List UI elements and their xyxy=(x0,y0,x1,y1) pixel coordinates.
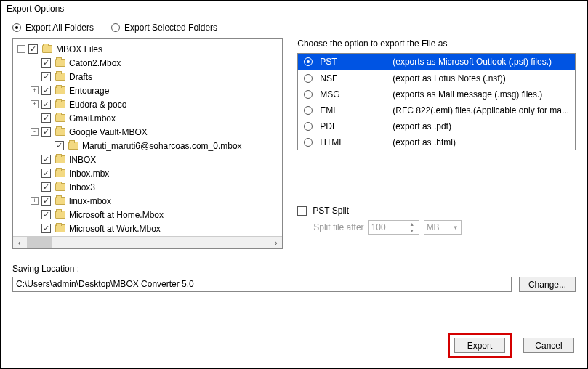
radio-icon xyxy=(304,74,313,83)
saving-location-label: Saving Location : xyxy=(12,264,576,274)
expand-icon[interactable]: + xyxy=(31,100,39,108)
format-name: EML xyxy=(320,105,385,115)
tree-row[interactable]: ✓Inbox.mbx xyxy=(17,166,278,180)
format-desc: (export as .html) xyxy=(392,137,569,147)
cancel-button[interactable]: Cancel xyxy=(523,338,574,353)
format-name: PST xyxy=(320,57,385,67)
folder-icon xyxy=(55,155,65,163)
split-size-value: 100 xyxy=(371,222,386,232)
format-desc: (export as Lotus Notes (.nsf)) xyxy=(392,73,569,84)
split-unit-select[interactable]: MB ▼ xyxy=(424,220,462,235)
folder-label: Google Vault-MBOX xyxy=(69,127,148,137)
folder-icon xyxy=(55,197,65,205)
tree-row[interactable]: ✓Drafts xyxy=(17,70,278,84)
folder-checkbox[interactable]: ✓ xyxy=(41,58,51,68)
folder-checkbox[interactable]: ✓ xyxy=(55,141,64,150)
tree-row[interactable]: -✓MBOX Files xyxy=(17,42,278,56)
radio-icon xyxy=(304,90,313,99)
scroll-right-icon[interactable]: › xyxy=(270,237,282,248)
tree-row[interactable]: ✓Microsoft at Home.Mbox xyxy=(17,208,278,222)
format-option-html[interactable]: HTML(export as .html) xyxy=(298,134,575,150)
folder-label: Microsoft at Work.Mbox xyxy=(69,224,161,234)
folder-checkbox[interactable]: ✓ xyxy=(41,196,51,206)
tree-row[interactable]: ✓Gmail.mbox xyxy=(17,111,278,125)
format-option-nsf[interactable]: NSF(export as Lotus Notes (.nsf)) xyxy=(298,70,575,86)
split-size-input[interactable]: 100 ▲ ▼ xyxy=(368,220,419,235)
collapse-icon[interactable]: - xyxy=(17,45,25,53)
format-desc: (export as .pdf) xyxy=(392,121,569,131)
folder-icon xyxy=(55,169,65,177)
saving-path-input[interactable]: C:\Users\admin\Desktop\MBOX Converter 5.… xyxy=(12,277,512,292)
radio-export-all-label: Export All Folders xyxy=(25,23,94,33)
dialog-title: Export Options xyxy=(1,1,587,17)
format-option-msg[interactable]: MSG(exports as Mail message (.msg) files… xyxy=(298,86,575,102)
tree-row[interactable]: ✓Caton2.Mbox xyxy=(17,56,278,70)
folder-label: Inbox3 xyxy=(69,182,95,192)
folder-icon xyxy=(55,128,65,136)
format-desc: (RFC 822(.eml) files.(Applicable only fo… xyxy=(392,105,569,115)
folder-icon xyxy=(55,183,65,191)
folder-label: MBOX Files xyxy=(56,44,102,54)
chevron-down-icon: ▼ xyxy=(453,224,459,231)
format-name: MSG xyxy=(320,89,385,100)
radio-icon xyxy=(304,122,313,131)
folder-label: Entourage xyxy=(69,86,109,96)
format-option-eml[interactable]: EML(RFC 822(.eml) files.(Applicable only… xyxy=(298,102,575,118)
radio-icon xyxy=(304,138,313,147)
folder-icon xyxy=(55,224,65,232)
folder-label: Gmail.mbox xyxy=(69,113,116,123)
collapse-icon[interactable]: - xyxy=(31,128,39,136)
folder-checkbox[interactable]: ✓ xyxy=(41,86,51,95)
folder-label: linux-mbox xyxy=(69,196,111,206)
folder-checkbox[interactable]: ✓ xyxy=(41,169,51,178)
folder-label: INBOX xyxy=(69,155,96,165)
folder-label: Eudora & poco xyxy=(69,100,126,110)
folder-tree[interactable]: -✓MBOX Files✓Caton2.Mbox✓Drafts+✓Entoura… xyxy=(12,38,283,249)
folder-checkbox[interactable]: ✓ xyxy=(41,182,51,192)
folder-checkbox[interactable]: ✓ xyxy=(41,210,51,219)
tree-row[interactable]: +✓linux-mbox xyxy=(17,194,278,208)
spinner-down-icon[interactable]: ▼ xyxy=(408,227,416,234)
format-desc: (exports as Microsoft Outlook (.pst) fil… xyxy=(392,57,569,67)
pst-split-label: PST Split xyxy=(313,206,349,216)
tree-row[interactable]: +✓Eudora & poco xyxy=(17,97,278,111)
radio-export-all[interactable]: Export All Folders xyxy=(12,23,94,33)
folder-checkbox[interactable]: ✓ xyxy=(41,155,51,164)
folder-checkbox[interactable]: ✓ xyxy=(41,224,51,233)
expand-icon[interactable]: + xyxy=(31,86,39,94)
format-option-pdf[interactable]: PDF(export as .pdf) xyxy=(298,118,575,134)
folder-checkbox[interactable]: ✓ xyxy=(41,100,51,109)
expand-icon[interactable]: + xyxy=(31,197,39,205)
tree-row[interactable]: ✓Inbox3 xyxy=(17,180,278,194)
tree-row[interactable]: ✓Microsoft at Work.Mbox xyxy=(17,222,278,235)
folder-checkbox[interactable]: ✓ xyxy=(41,72,51,81)
folder-checkbox[interactable]: ✓ xyxy=(41,127,51,137)
format-option-pst[interactable]: PST(exports as Microsoft Outlook (.pst) … xyxy=(298,54,575,70)
format-name: HTML xyxy=(320,137,385,147)
scroll-left-icon[interactable]: ‹ xyxy=(13,237,25,248)
radio-export-selected[interactable]: Export Selected Folders xyxy=(111,23,217,33)
pst-split-checkbox[interactable] xyxy=(297,206,307,216)
radio-icon xyxy=(304,106,313,115)
tree-row[interactable]: +✓Entourage xyxy=(17,84,278,97)
spinner-up-icon[interactable]: ▲ xyxy=(408,221,416,227)
folder-icon xyxy=(68,142,78,150)
export-button[interactable]: Export xyxy=(454,338,505,353)
tree-row[interactable]: -✓Google Vault-MBOX xyxy=(17,125,278,139)
folder-icon xyxy=(55,114,65,122)
folder-label: Caton2.Mbox xyxy=(69,58,121,68)
folder-checkbox[interactable]: ✓ xyxy=(28,44,38,54)
change-button[interactable]: Change... xyxy=(519,277,576,292)
format-name: PDF xyxy=(320,121,385,131)
format-list: PST(exports as Microsoft Outlook (.pst) … xyxy=(297,53,576,150)
folder-icon xyxy=(55,100,65,108)
horizontal-scrollbar[interactable]: ‹ › xyxy=(13,236,282,248)
split-unit-value: MB xyxy=(427,222,440,232)
folder-checkbox[interactable]: ✓ xyxy=(41,113,51,123)
folder-label: Drafts xyxy=(69,72,92,82)
scroll-thumb[interactable] xyxy=(27,237,52,248)
tree-row[interactable]: ✓Maruti_maruti6@soharcoas.com_0.mbox xyxy=(17,139,278,153)
folder-label: Microsoft at Home.Mbox xyxy=(69,210,164,220)
tree-row[interactable]: ✓INBOX xyxy=(17,153,278,166)
folder-label: Inbox.mbx xyxy=(69,169,109,179)
